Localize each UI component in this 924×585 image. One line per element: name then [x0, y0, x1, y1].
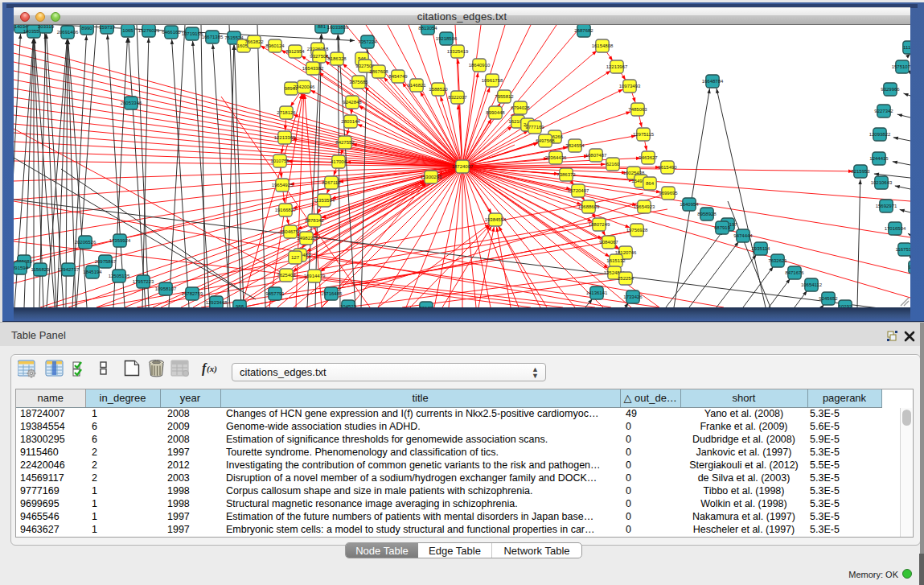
svg-text:10654112: 10654112 [801, 282, 823, 287]
svg-text:16543382: 16543382 [302, 66, 324, 71]
svg-text:9146821: 9146821 [407, 83, 426, 88]
svg-text:19756928: 19756928 [626, 228, 648, 233]
svg-text:99182: 99182 [420, 306, 433, 307]
svg-text:252254: 252254 [618, 276, 634, 281]
svg-text:1167533: 1167533 [896, 247, 910, 252]
svg-text:12213967: 12213967 [606, 64, 628, 69]
svg-text:2867608: 2867608 [369, 69, 388, 74]
svg-text:9227342: 9227342 [874, 109, 893, 113]
svg-text:8186328: 8186328 [327, 56, 347, 61]
svg-text:15720407: 15720407 [568, 188, 589, 193]
svg-text:9084067: 9084067 [599, 240, 618, 245]
svg-text:13325419: 13325419 [447, 49, 469, 54]
svg-text:6466160: 6466160 [162, 30, 181, 35]
svg-text:127: 127 [291, 255, 300, 260]
svg-text:10961758: 10961758 [482, 78, 503, 83]
svg-text:8322037: 8322037 [448, 95, 467, 100]
svg-text:3875685: 3875685 [349, 80, 368, 84]
svg-text:8267110: 8267110 [322, 180, 342, 185]
svg-text:8427552: 8427552 [335, 140, 355, 145]
svg-text:10719155: 10719155 [182, 31, 203, 36]
svg-text:16033809: 16033809 [327, 25, 349, 30]
svg-text:7386372: 7386372 [556, 172, 576, 177]
svg-text:1010755: 1010755 [270, 159, 290, 163]
svg-text:10210643: 10210643 [871, 180, 893, 185]
svg-text:104523: 104523 [340, 304, 357, 307]
svg-text:9242848: 9242848 [343, 100, 362, 105]
svg-text:1640954: 1640954 [680, 202, 699, 207]
svg-text:8960124: 8960124 [265, 43, 285, 48]
svg-text:6497568: 6497568 [536, 138, 555, 143]
svg-text:1733426: 1733426 [623, 295, 643, 299]
svg-text:18640910: 18640910 [469, 63, 491, 68]
svg-text:14136141: 14136141 [586, 290, 608, 295]
svg-text:417004: 417004 [331, 159, 347, 164]
svg-text:9245652: 9245652 [819, 296, 838, 301]
svg-text:16671385: 16671385 [202, 35, 224, 39]
svg-text:12093822: 12093822 [869, 132, 891, 137]
svg-text:9615490: 9615490 [658, 165, 677, 170]
svg-text:10973493: 10973493 [619, 84, 641, 89]
svg-text:988: 988 [236, 304, 244, 307]
svg-text:1588520: 1588520 [429, 87, 448, 92]
svg-text:6794028: 6794028 [511, 105, 530, 110]
svg-text:17957223: 17957223 [133, 279, 154, 284]
svg-text:391594: 391594 [14, 266, 29, 270]
svg-text:16046756: 16046756 [280, 229, 302, 234]
svg-text:7955812: 7955812 [495, 94, 514, 99]
svg-text:20975867: 20975867 [95, 259, 117, 264]
svg-text:16648784: 16648784 [702, 79, 724, 84]
svg-text:8215953: 8215953 [851, 169, 870, 174]
svg-text:2718126: 2718126 [277, 110, 296, 115]
svg-text:8912954: 8912954 [285, 49, 305, 54]
svg-text:15751074: 15751074 [892, 64, 910, 69]
svg-text:12505135: 12505135 [109, 274, 130, 278]
svg-text:203319: 203319 [38, 25, 55, 29]
svg-text:8813054: 8813054 [418, 26, 437, 31]
svg-text:7663822: 7663822 [244, 39, 264, 44]
svg-text:19654923: 19654923 [634, 204, 655, 209]
svg-text:(x): (x) [207, 364, 217, 374]
svg-text:19384554: 19384554 [485, 217, 507, 222]
svg-text:20364436: 20364436 [545, 155, 567, 160]
svg-text:1156829: 1156829 [31, 267, 51, 272]
svg-text:15300293: 15300293 [421, 175, 442, 179]
svg-text:7357224: 7357224 [358, 39, 377, 44]
svg-text:15692971: 15692971 [876, 204, 897, 208]
svg-text:17016504: 17016504 [885, 226, 906, 231]
svg-text:18724007: 18724007 [452, 164, 474, 169]
svg-text:23420046: 23420046 [294, 84, 315, 89]
svg-text:62160: 62160 [606, 162, 620, 167]
svg-text:15276021: 15276021 [138, 28, 160, 33]
svg-text:16154808: 16154808 [592, 43, 614, 48]
svg-text:10807487: 10807487 [585, 153, 607, 158]
svg-text:16782759: 16782759 [182, 291, 203, 296]
svg-text:12942737: 12942737 [58, 267, 80, 272]
svg-text:9463627: 9463627 [639, 155, 658, 160]
svg-text:20206526: 20206526 [75, 240, 97, 245]
svg-text:11123: 11123 [903, 45, 910, 50]
svg-text:10292: 10292 [839, 304, 852, 307]
svg-text:12923448: 12923448 [206, 300, 228, 305]
svg-text:7485063: 7485063 [628, 107, 647, 112]
svg-text:5498222: 5498222 [297, 236, 316, 241]
svg-text:8990448: 8990448 [486, 110, 505, 115]
svg-text:1065: 1065 [122, 28, 133, 33]
svg-text:864: 864 [646, 181, 655, 186]
svg-text:9699695: 9699695 [659, 191, 678, 196]
svg-text:8454749: 8454749 [388, 74, 408, 79]
svg-text:19218506: 19218506 [436, 36, 458, 41]
svg-text:18807249: 18807249 [589, 222, 610, 227]
svg-text:3824554: 3824554 [565, 143, 585, 148]
svg-text:9474444: 9474444 [733, 233, 753, 238]
svg-text:2935114: 2935114 [752, 246, 771, 251]
svg-text:15716485: 15716485 [321, 291, 343, 296]
svg-text:159737: 159737 [99, 25, 116, 30]
svg-text:26053346: 26053346 [121, 101, 142, 105]
svg-text:20691406: 20691406 [57, 30, 79, 35]
svg-text:1845194: 1845194 [83, 270, 102, 274]
svg-text:12975115: 12975115 [633, 132, 655, 137]
svg-text:9457791: 9457791 [265, 291, 285, 296]
svg-text:7625402: 7625402 [277, 273, 296, 278]
svg-text:8878342: 8878342 [305, 218, 324, 223]
